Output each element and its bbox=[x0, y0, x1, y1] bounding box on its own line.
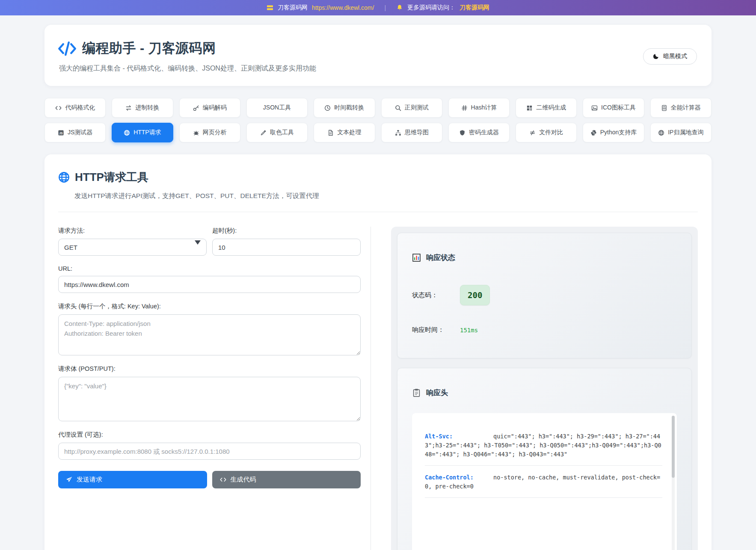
shield-icon bbox=[459, 130, 465, 136]
eyedropper-icon bbox=[260, 130, 267, 136]
bars-icon bbox=[267, 4, 273, 11]
sitemap-icon bbox=[395, 130, 401, 136]
clipboard-icon bbox=[412, 388, 421, 397]
dark-mode-toggle-button[interactable]: 暗黑模式 bbox=[643, 48, 697, 65]
tab-label: 密码生成器 bbox=[469, 129, 499, 136]
status-code-badge: 200 bbox=[460, 285, 490, 305]
send-request-button[interactable]: 发送请求 bbox=[58, 471, 207, 488]
page-title: 编程助手 - 刀客源码网 bbox=[82, 39, 216, 57]
topbar-site-url-link[interactable]: https://www.dkewl.com/ bbox=[312, 4, 374, 11]
method-select[interactable]: GET bbox=[58, 239, 207, 256]
scrollbar[interactable] bbox=[672, 416, 675, 550]
request-headers-label: 请求头 (每行一个，格式: Key: Value): bbox=[58, 302, 361, 310]
tab-label: 正则测试 bbox=[405, 104, 429, 112]
tab-qrcode-gen[interactable]: 二维码生成 bbox=[516, 98, 577, 118]
tab-label: 时间戳转换 bbox=[334, 104, 364, 112]
globe-icon bbox=[124, 130, 130, 136]
tab-label: 二维码生成 bbox=[536, 104, 566, 112]
request-body-textarea[interactable] bbox=[58, 377, 361, 421]
tab-label: ICO图标工具 bbox=[601, 104, 636, 112]
tab-mindmap[interactable]: 思维导图 bbox=[381, 123, 442, 142]
url-input[interactable] bbox=[58, 276, 361, 293]
response-time-label: 响应时间： bbox=[412, 326, 460, 334]
response-time-value: 151ms bbox=[460, 327, 478, 334]
tab-text-process[interactable]: 文本处理 bbox=[314, 123, 375, 142]
top-announcement-bar: 刀客源码网 https://www.dkewl.com/ | 更多源码请访问： … bbox=[0, 0, 756, 15]
tab-label: 思维导图 bbox=[405, 129, 429, 136]
moon-icon bbox=[653, 53, 659, 59]
tab-js-tester[interactable]: JSJS测试器 bbox=[44, 123, 106, 142]
globe-icon bbox=[658, 130, 664, 136]
topbar-more-link[interactable]: 刀客源码网 bbox=[460, 4, 489, 12]
code-icon bbox=[55, 105, 62, 111]
status-code-label: 状态码： bbox=[412, 291, 460, 299]
bar-chart-icon bbox=[412, 253, 421, 262]
generate-code-label: 生成代码 bbox=[231, 476, 256, 484]
generate-code-button[interactable]: 生成代码 bbox=[212, 471, 361, 488]
tab-web-analyze[interactable]: 网页分析 bbox=[179, 123, 240, 142]
tab-python-lib[interactable]: Python支持库 bbox=[583, 123, 644, 142]
code-icon bbox=[220, 476, 226, 483]
proxy-input[interactable] bbox=[58, 443, 361, 460]
tab-label: 进制转换 bbox=[135, 104, 159, 112]
neq-icon bbox=[529, 130, 536, 136]
tab-json-tools[interactable]: JSON工具 bbox=[246, 98, 308, 118]
tab-encode-decode[interactable]: 编码解码 bbox=[179, 98, 240, 118]
method-label: 请求方法: bbox=[58, 227, 207, 235]
chevron-down-icon bbox=[195, 240, 201, 245]
send-request-label: 发送请求 bbox=[77, 476, 102, 484]
tab-label: JSON工具 bbox=[263, 104, 291, 112]
hash-icon bbox=[461, 105, 468, 111]
timeout-input[interactable] bbox=[212, 239, 361, 256]
tab-label: IP归属地查询 bbox=[668, 129, 703, 136]
tab-regex-test[interactable]: 正则测试 bbox=[381, 98, 442, 118]
tab-calculator[interactable]: 全能计算器 bbox=[650, 98, 712, 118]
tab-color-picker[interactable]: 取色工具 bbox=[246, 123, 308, 142]
request-form: 请求方法: GET 超时(秒): URL: bbox=[58, 227, 361, 550]
timeout-label: 超时(秒): bbox=[212, 227, 361, 235]
paper-plane-icon bbox=[66, 476, 72, 483]
divider bbox=[58, 212, 698, 212]
topbar-site-name: 刀客源码网 bbox=[278, 4, 308, 12]
proxy-label: 代理设置 (可选): bbox=[58, 431, 361, 439]
tab-label: 文本处理 bbox=[337, 129, 361, 136]
response-header-entry: Cache-Control:no-store, no-cache, must-r… bbox=[425, 473, 662, 498]
tab-hash-calc[interactable]: Hash计算 bbox=[448, 98, 510, 118]
bug-icon bbox=[193, 130, 199, 136]
tab-label: 编码解码 bbox=[203, 104, 227, 112]
response-status-card: 响应状态 状态码： 200 响应时间： 151ms bbox=[397, 233, 692, 358]
search-icon bbox=[395, 105, 401, 111]
key-icon bbox=[193, 105, 199, 111]
svg-text:JS: JS bbox=[59, 131, 63, 134]
header-key: Alt-Svc: bbox=[425, 432, 493, 441]
tab-http-request[interactable]: HTTP请求 bbox=[112, 123, 173, 142]
qr-icon bbox=[526, 105, 533, 111]
tab-code-format[interactable]: 代码格式化 bbox=[44, 98, 106, 118]
response-headers-title: 响应头 bbox=[426, 388, 448, 398]
tab-label: 网页分析 bbox=[203, 129, 227, 136]
url-label: URL: bbox=[58, 265, 361, 272]
code-brackets-icon bbox=[58, 41, 76, 56]
tab-ip-lookup[interactable]: IP归属地查询 bbox=[650, 123, 712, 142]
tab-label: 文件对比 bbox=[539, 129, 563, 136]
tab-timestamp[interactable]: 时间戳转换 bbox=[314, 98, 375, 118]
clock-icon bbox=[324, 105, 331, 111]
bell-icon bbox=[396, 4, 403, 11]
tab-label: Python支持库 bbox=[600, 129, 637, 136]
scrollbar-thumb[interactable] bbox=[672, 416, 675, 478]
topbar-separator: | bbox=[384, 4, 386, 11]
tab-label: 代码格式化 bbox=[65, 104, 95, 112]
tab-file-diff[interactable]: 文件对比 bbox=[516, 123, 577, 142]
tool-description: 发送HTTP请求进行API测试，支持GET、POST、PUT、DELETE方法，… bbox=[74, 192, 698, 201]
tab-ico-tool[interactable]: ICO图标工具 bbox=[583, 98, 644, 118]
vertical-divider bbox=[371, 227, 371, 550]
swap-icon bbox=[125, 105, 132, 111]
method-selected-value: GET bbox=[64, 244, 77, 251]
tab-password-gen[interactable]: 密码生成器 bbox=[448, 123, 510, 142]
response-status-title: 响应状态 bbox=[426, 253, 455, 263]
tab-base-convert[interactable]: 进制转换 bbox=[112, 98, 173, 118]
request-body-label: 请求体 (POST/PUT): bbox=[58, 365, 361, 373]
tab-label: Hash计算 bbox=[471, 104, 497, 112]
request-headers-textarea[interactable] bbox=[58, 314, 361, 355]
header-key: Cache-Control: bbox=[425, 473, 493, 482]
